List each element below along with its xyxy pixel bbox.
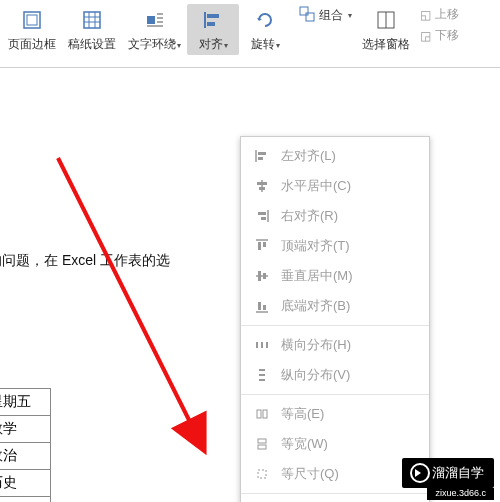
menu-equal-width[interactable]: 等宽(W) [241, 429, 429, 459]
text-wrap-button[interactable]: 文字环绕▾ [122, 4, 187, 55]
schedule-table: 星期五 数学 政治 历史 生物 [0, 388, 51, 502]
menu-align-hcenter[interactable]: 水平居中(C) [241, 171, 429, 201]
layer-controls: ◱ 上移 ◲ 下移 [416, 4, 463, 46]
table-row: 生物 [0, 497, 51, 503]
svg-rect-25 [259, 187, 265, 190]
svg-rect-45 [263, 410, 267, 418]
svg-rect-31 [263, 242, 266, 247]
menu-align-right[interactable]: 右对齐(R) [241, 201, 429, 231]
menu-distribute-h[interactable]: 横向分布(H) [241, 330, 429, 360]
svg-rect-14 [207, 22, 215, 26]
rotate-label: 旋转▾ [251, 36, 280, 53]
text-wrap-label: 文字环绕▾ [128, 36, 181, 53]
align-left-icon [253, 147, 271, 165]
svg-rect-27 [258, 212, 266, 215]
align-dropdown: 左对齐(L) 水平居中(C) 右对齐(R) 顶端对齐(T) 垂直居中(M) 底端… [240, 136, 430, 502]
document-area: 样的问题，在 Excel 工作表的选 星期五 数学 政治 历史 生物 左对齐(L… [0, 68, 500, 502]
svg-line-19 [58, 158, 203, 448]
group-label[interactable]: 组合 [319, 7, 343, 24]
menu-separator [241, 493, 429, 494]
move-up-button[interactable]: ◱ 上移 [420, 6, 459, 23]
menu-distribute-v[interactable]: 纵向分布(V) [241, 360, 429, 390]
select-pane-button[interactable]: 选择窗格 [356, 4, 416, 55]
menu-separator [241, 394, 429, 395]
menu-align-top[interactable]: 顶端对齐(T) [241, 231, 429, 261]
svg-rect-47 [258, 445, 266, 449]
svg-rect-41 [259, 369, 265, 371]
table-row: 历史 [0, 470, 51, 497]
svg-rect-46 [258, 439, 266, 443]
table-row: 星期五 [0, 389, 51, 416]
svg-rect-37 [263, 305, 266, 310]
select-pane-label: 选择窗格 [362, 36, 410, 53]
svg-rect-34 [263, 273, 266, 279]
svg-rect-15 [300, 7, 308, 15]
menu-equal-height[interactable]: 等高(E) [241, 399, 429, 429]
svg-rect-7 [147, 16, 155, 24]
watermark-url: zixue.3d66.c [427, 488, 494, 500]
align-label: 对齐▾ [199, 36, 228, 53]
menu-separator [241, 325, 429, 326]
paper-setup-label: 稿纸设置 [68, 36, 116, 53]
page-border-label: 页面边框 [8, 36, 56, 53]
body-paragraph: 样的问题，在 Excel 工作表的选 [0, 252, 170, 270]
table-row: 政治 [0, 443, 51, 470]
rotate-button[interactable]: 旋转▾ [239, 4, 291, 55]
align-top-icon [253, 237, 271, 255]
page-border-button[interactable]: 页面边框 [2, 4, 62, 55]
svg-rect-40 [266, 342, 268, 348]
align-right-icon [253, 207, 271, 225]
align-icon [199, 6, 227, 34]
svg-rect-28 [261, 217, 266, 220]
svg-rect-24 [257, 182, 267, 185]
svg-rect-22 [258, 157, 263, 160]
svg-rect-33 [258, 271, 261, 281]
equal-width-icon [253, 435, 271, 453]
svg-rect-39 [261, 342, 263, 348]
ribbon-toolbar: 页面边框 稿纸设置 文字环绕▾ 对齐▾ 旋转▾ 组合▾ 选择窗格 [0, 0, 500, 68]
svg-rect-21 [258, 152, 266, 155]
svg-rect-2 [84, 12, 100, 28]
distribute-h-icon [253, 336, 271, 354]
group-icon [299, 6, 315, 25]
text-wrap-icon [141, 6, 169, 34]
menu-align-bottom[interactable]: 底端对齐(B) [241, 291, 429, 321]
align-hcenter-icon [253, 177, 271, 195]
align-vcenter-icon [253, 267, 271, 285]
svg-rect-13 [207, 14, 219, 18]
select-pane-icon [372, 6, 400, 34]
menu-align-left[interactable]: 左对齐(L) [241, 141, 429, 171]
paper-setup-icon [78, 6, 106, 34]
svg-rect-42 [259, 374, 265, 376]
equal-size-icon [253, 465, 271, 483]
watermark-badge: 溜溜自学 [402, 458, 494, 488]
svg-rect-36 [258, 302, 261, 310]
svg-rect-1 [27, 15, 37, 25]
svg-rect-30 [258, 242, 261, 250]
svg-rect-16 [306, 13, 314, 21]
rotate-icon [251, 6, 279, 34]
menu-equal-size[interactable]: 等尺寸(Q) [241, 459, 429, 489]
annotation-arrow [48, 148, 248, 502]
equal-height-icon [253, 405, 271, 423]
svg-rect-43 [259, 379, 265, 381]
table-row: 数学 [0, 416, 51, 443]
svg-rect-38 [256, 342, 258, 348]
distribute-v-icon [253, 366, 271, 384]
menu-align-vcenter[interactable]: 垂直居中(M) [241, 261, 429, 291]
align-bottom-icon [253, 297, 271, 315]
paper-setup-button[interactable]: 稿纸设置 [62, 4, 122, 55]
menu-relative-page[interactable]: 相对于页(P) [241, 498, 429, 502]
svg-rect-44 [257, 410, 261, 418]
align-button[interactable]: 对齐▾ [187, 4, 239, 55]
svg-rect-48 [258, 470, 266, 478]
page-border-icon [18, 6, 46, 34]
move-down-button[interactable]: ◲ 下移 [420, 27, 459, 44]
svg-rect-0 [24, 12, 40, 28]
